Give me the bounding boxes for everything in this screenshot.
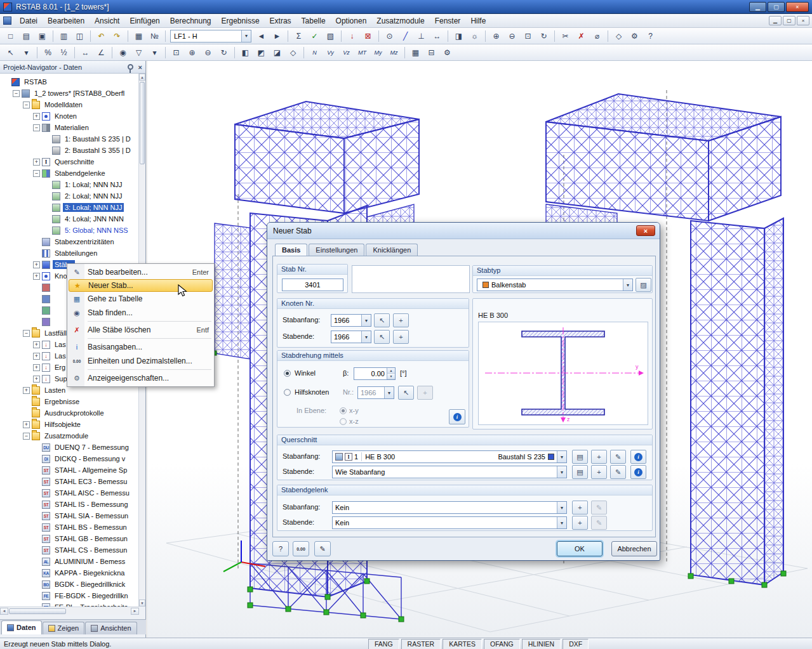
- spinner-buttons[interactable]: ▲▼: [387, 368, 395, 379]
- tree-expand-toggle[interactable]: +: [33, 341, 40, 348]
- copy-button[interactable]: ◫: [72, 29, 87, 43]
- navigator-tab-ansichten[interactable]: Ansichten: [85, 622, 136, 634]
- minimize-button[interactable]: ▁: [749, 2, 766, 12]
- tree-row[interactable]: FEFE-PL - Tragsicherheits: [0, 601, 139, 606]
- context-menu-item[interactable]: ⚙Anzeigeeigenschaften...: [69, 371, 213, 385]
- filter-button[interactable]: ▽: [131, 46, 146, 60]
- percentage-button[interactable]: %: [41, 46, 55, 60]
- result-vz-button[interactable]: Vz: [339, 46, 354, 60]
- new-member-button[interactable]: ╱: [398, 29, 413, 43]
- pick-node-button[interactable]: ↖: [374, 330, 390, 344]
- spin-down-icon[interactable]: ▼: [387, 374, 395, 379]
- new-section-button[interactable]: +: [591, 450, 607, 464]
- new-load-button[interactable]: ↓: [345, 29, 359, 43]
- tree-row[interactable]: 4: Lokal; JNN NNN: [0, 213, 139, 225]
- redo-button[interactable]: ↷: [110, 29, 124, 43]
- pin-icon[interactable]: [128, 64, 133, 70]
- mdi-restore-button[interactable]: ▢: [783, 16, 795, 25]
- tree-expand-toggle[interactable]: +: [33, 353, 40, 360]
- new-model-button[interactable]: □: [3, 29, 18, 43]
- chevron-down-icon[interactable]: ▾: [384, 387, 394, 398]
- tree-expand-toggle[interactable]: −: [33, 170, 40, 177]
- scrollbar-thumb[interactable]: [140, 82, 145, 164]
- menu-item-tabelle[interactable]: Tabelle: [296, 15, 331, 27]
- help-button[interactable]: ?: [643, 29, 658, 43]
- context-menu-item[interactable]: ★Neuer Stab...: [69, 279, 213, 292]
- stabende-node-combo[interactable]: 1966 ▾: [331, 331, 371, 343]
- result-mz-button[interactable]: Mz: [387, 46, 401, 60]
- mdi-minimize-button[interactable]: ▁: [769, 16, 782, 25]
- tree-expand-toggle[interactable]: −: [23, 433, 30, 440]
- chevron-down-icon[interactable]: ▾: [557, 517, 566, 528]
- chevron-down-icon[interactable]: ▾: [361, 331, 371, 343]
- tables-button[interactable]: ▦: [131, 29, 146, 43]
- tree-row[interactable]: −Materialien: [0, 122, 139, 133]
- pick-node-button[interactable]: ↖: [398, 386, 414, 400]
- edit-defaults-button[interactable]: ✎: [314, 541, 331, 556]
- tree-row[interactable]: 2: Lokal; NNN NJJ: [0, 190, 139, 202]
- menu-item-optionen[interactable]: Optionen: [331, 15, 372, 27]
- info-button[interactable]: i: [449, 409, 465, 424]
- beta-spinner[interactable]: 0.00 ▲▼: [354, 367, 396, 380]
- status-toggle-hlinien[interactable]: HLINIEN: [522, 639, 561, 649]
- scroll-up-icon[interactable]: ▲: [139, 74, 145, 81]
- plane-xz-radio[interactable]: [340, 418, 347, 425]
- clip-button[interactable]: ✂: [558, 29, 573, 43]
- hinge-start-combo[interactable]: Kein ▾: [332, 501, 567, 514]
- edit-hinge-button[interactable]: ✎: [591, 501, 607, 515]
- tree-row[interactable]: Ausdruckprotokolle: [0, 407, 139, 419]
- view-xz-button[interactable]: ◩: [254, 46, 269, 60]
- tree-expand-toggle[interactable]: +: [33, 376, 40, 383]
- plane-xy-radio[interactable]: [340, 407, 347, 414]
- units-settings-button[interactable]: 0.00: [293, 541, 309, 556]
- section-library-button[interactable]: ▤: [572, 450, 588, 464]
- undo-button[interactable]: ↶: [94, 29, 109, 43]
- tree-row[interactable]: −1_2 towers* [RSTAB8_Oberfl: [0, 88, 139, 99]
- result-tables-button[interactable]: ▦: [408, 46, 423, 60]
- tree-row[interactable]: Stabteilungen: [0, 247, 139, 259]
- section-library-button[interactable]: ▤: [572, 465, 588, 479]
- scroll-left-icon[interactable]: ◄: [0, 608, 8, 615]
- dialog-title-bar[interactable]: Neuer Stab: [267, 223, 660, 239]
- tree-expand-toggle[interactable]: +: [23, 387, 30, 394]
- tree-expand-toggle[interactable]: −: [13, 90, 20, 97]
- tree-row[interactable]: Ergebnisse: [0, 396, 139, 407]
- tree-row[interactable]: STSTAHL CS - Bemessun: [0, 544, 139, 556]
- tree-row[interactable]: Stabexzentrizitäten: [0, 236, 139, 247]
- new-node-button[interactable]: ⊙: [382, 29, 397, 43]
- load-case-combo[interactable]: LF1 - H▾: [170, 30, 251, 43]
- view-zoom-in-button[interactable]: ⊕: [185, 46, 199, 60]
- menu-item-fenster[interactable]: Fenster: [430, 15, 466, 27]
- render-mode-button[interactable]: ◨: [451, 29, 466, 43]
- zoom-out-button[interactable]: ⊖: [505, 29, 519, 43]
- tree-row[interactable]: −Stabendgelenke: [0, 167, 139, 179]
- tree-horizontal-scrollbar[interactable]: ◄ ►: [0, 606, 139, 615]
- status-toggle-ofang[interactable]: OFANG: [484, 639, 520, 649]
- dialog-tab-einstellungen[interactable]: Einstellungen: [309, 244, 364, 256]
- next-load-case-button[interactable]: ►: [270, 29, 284, 43]
- tree-row[interactable]: +Querschnitte: [0, 156, 139, 167]
- hilfsknoten-radio[interactable]: [284, 389, 291, 396]
- new-support-button[interactable]: ⊥: [414, 29, 429, 43]
- new-node-button[interactable]: +: [393, 330, 409, 344]
- pick-node-button[interactable]: ↖: [374, 313, 390, 327]
- zoom-window-button[interactable]: ⊡: [521, 29, 535, 43]
- restore-button[interactable]: ▢: [768, 2, 785, 12]
- calculate-button[interactable]: Σ: [291, 29, 306, 43]
- show-results-button[interactable]: ▧: [323, 29, 338, 43]
- menu-item-berechnung[interactable]: Berechnung: [165, 15, 216, 27]
- measure-length-button[interactable]: ↔: [78, 46, 93, 60]
- context-menu-item[interactable]: ◉Stab finden...: [69, 306, 213, 320]
- hilfsknoten-combo[interactable]: 1966 ▾: [357, 386, 394, 399]
- context-menu-item[interactable]: ✗Alle Stäbe löschenEntf: [69, 323, 213, 337]
- status-toggle-fang[interactable]: FANG: [368, 639, 399, 649]
- cancel-button[interactable]: Abbrechen: [611, 541, 657, 556]
- new-hinge-button[interactable]: +: [572, 516, 588, 530]
- tree-row[interactable]: STSTAHL SIA - Bemessun: [0, 510, 139, 521]
- menu-item-bearbeiten[interactable]: Bearbeiten: [43, 15, 90, 27]
- hinge-end-combo[interactable]: Kein ▾: [332, 516, 567, 529]
- tree-row[interactable]: RSTAB: [0, 76, 139, 88]
- tree-row[interactable]: STSTAHL BS - Bemessun: [0, 521, 139, 533]
- tree-row[interactable]: 3: Lokal; NNN NJJ: [0, 202, 139, 213]
- menu-item-hilfe[interactable]: Hilfe: [465, 15, 491, 27]
